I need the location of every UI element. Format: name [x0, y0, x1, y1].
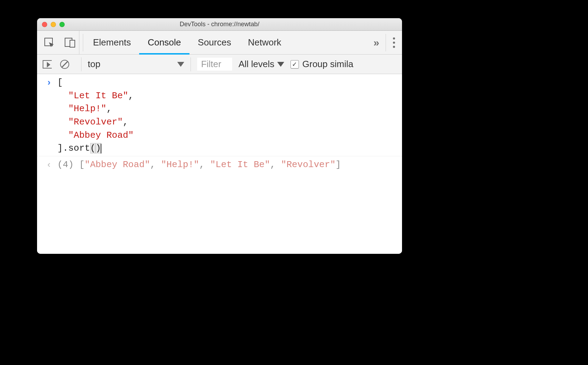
devtools-tabstrip: Elements Console Sources Network » — [37, 31, 402, 55]
more-tabs-icon[interactable]: » — [367, 37, 386, 49]
input-prompt-icon: › — [41, 76, 57, 155]
tab-network[interactable]: Network — [239, 31, 289, 54]
bracket: ] — [57, 143, 63, 153]
tab-label: Network — [248, 37, 281, 48]
toggle-device-toolbar-icon[interactable] — [64, 37, 76, 48]
devtools-window: DevTools - chrome://newtab/ Elements Con… — [37, 18, 402, 254]
text-cursor — [101, 144, 101, 154]
tab-label: Sources — [198, 37, 231, 48]
window-fullscreen-button[interactable] — [59, 22, 65, 27]
inspect-element-icon[interactable] — [44, 37, 55, 48]
chevron-down-icon — [277, 62, 284, 67]
eager-eval-output: (4) ["Abbey Road", "Help!", "Let It Be",… — [57, 158, 341, 172]
output-prompt-icon: ‹ — [41, 158, 57, 172]
string-literal: "Help!" — [161, 159, 199, 170]
comma: , — [123, 117, 128, 127]
tab-label: Elements — [93, 37, 131, 48]
group-similar-checkbox[interactable]: ✓ Group simila — [291, 59, 353, 70]
string-literal: "Abbey Road" — [85, 159, 150, 170]
checkbox-icon: ✓ — [291, 60, 299, 69]
log-levels-selector[interactable]: All levels — [238, 59, 284, 70]
group-similar-label: Group simila — [302, 59, 353, 70]
clear-console-icon[interactable] — [60, 60, 69, 69]
window-minimize-button[interactable] — [51, 22, 56, 27]
window-close-button[interactable] — [42, 22, 47, 27]
string-literal: "Let It Be" — [210, 159, 270, 170]
console-input-line[interactable]: › [ "Let It Be", "Help!", "Revolver", "A… — [37, 74, 402, 156]
bracket: [ — [57, 77, 63, 88]
comma: , — [128, 91, 134, 101]
svg-rect-2 — [70, 40, 75, 47]
paren-close: ) — [95, 143, 101, 153]
tabstrip-left-icons — [37, 31, 79, 54]
string-literal: "Abbey Road" — [68, 130, 134, 141]
string-literal: "Revolver" — [281, 159, 336, 170]
window-titlebar: DevTools - chrome://newtab/ — [37, 18, 402, 31]
levels-label: All levels — [238, 59, 274, 70]
string-literal: "Revolver" — [68, 117, 123, 127]
tab-label: Console — [148, 37, 181, 48]
console-eager-eval-line: ‹ (4) ["Abbey Road", "Help!", "Let It Be… — [37, 156, 402, 172]
comma: , — [106, 103, 112, 114]
filter-input[interactable]: Filter — [197, 58, 232, 71]
paren-open: ( — [90, 143, 96, 153]
console-toolbar: top Filter All levels ✓ Group simila — [37, 55, 402, 74]
string-literal: "Let It Be" — [68, 91, 128, 101]
string-literal: "Help!" — [68, 103, 106, 114]
method-call: .sort — [63, 143, 90, 153]
separator — [83, 34, 83, 51]
chevron-down-icon — [177, 62, 184, 67]
execution-context-selector[interactable]: top — [88, 59, 184, 70]
window-title: DevTools - chrome://newtab/ — [37, 21, 402, 28]
console-input-code[interactable]: [ "Let It Be", "Help!", "Revolver", "Abb… — [57, 76, 134, 155]
show-console-sidebar-icon[interactable] — [43, 60, 52, 69]
filter-placeholder: Filter — [201, 59, 221, 69]
separator — [191, 57, 191, 71]
settings-menu-icon[interactable] — [386, 37, 402, 48]
separator — [81, 57, 81, 71]
console-body: › [ "Let It Be", "Help!", "Revolver", "A… — [37, 74, 402, 254]
tab-sources[interactable]: Sources — [189, 31, 239, 54]
tab-elements[interactable]: Elements — [85, 31, 139, 54]
tab-console[interactable]: Console — [139, 31, 189, 54]
window-traffic-lights — [42, 22, 65, 27]
context-label: top — [88, 59, 100, 70]
